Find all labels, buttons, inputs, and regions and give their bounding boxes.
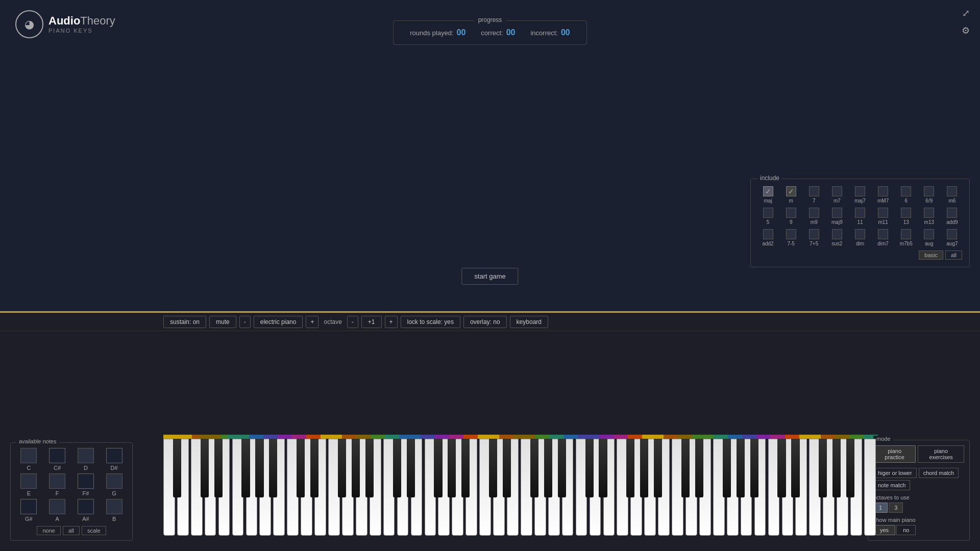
chord-checkbox-maj9[interactable]	[832, 208, 842, 218]
black-key[interactable]	[723, 439, 731, 497]
black-key[interactable]	[832, 439, 841, 497]
chord-checkbox-m7b5[interactable]	[901, 229, 911, 239]
black-key[interactable]	[503, 439, 511, 497]
chord-checkbox-sus2[interactable]	[832, 229, 842, 239]
chord-checkbox-aug7[interactable]	[947, 229, 957, 239]
white-key[interactable]	[864, 439, 876, 536]
black-key[interactable]	[448, 439, 456, 497]
black-key[interactable]	[777, 439, 786, 497]
octave-3-button[interactable]: 3	[889, 503, 903, 513]
notes-scale-button[interactable]: scale	[82, 526, 106, 535]
keyboard-button[interactable]: keyboard	[510, 316, 548, 328]
piano-practice-button[interactable]: piano practice	[873, 445, 916, 463]
black-key[interactable]	[819, 439, 827, 497]
black-key[interactable]	[241, 439, 250, 497]
filter-all-button[interactable]: all	[945, 251, 962, 260]
black-key[interactable]	[489, 439, 497, 497]
chord-checkbox-6/9[interactable]	[924, 186, 934, 196]
black-key[interactable]	[585, 439, 594, 497]
black-key[interactable]	[599, 439, 607, 497]
chord-checkbox-m11[interactable]	[878, 208, 888, 218]
black-key[interactable]	[846, 439, 854, 497]
note-key-E[interactable]	[20, 473, 37, 489]
chord-checkbox-mM7[interactable]	[878, 186, 888, 196]
note-key-C[interactable]	[20, 448, 37, 463]
instrument-minus-button[interactable]: -	[239, 316, 251, 328]
start-game-button[interactable]: start game	[461, 268, 518, 285]
chord-checkbox-m6[interactable]	[947, 186, 957, 196]
chord-checkbox-m9[interactable]	[809, 208, 819, 218]
note-key-B[interactable]	[106, 499, 122, 514]
black-key[interactable]	[310, 439, 318, 497]
chord-checkbox-maj7[interactable]	[855, 186, 865, 196]
chord-checkbox-13[interactable]	[901, 208, 911, 218]
mute-button[interactable]: mute	[209, 316, 236, 328]
black-key[interactable]	[393, 439, 401, 497]
note-key-D[interactable]	[78, 448, 94, 463]
note-key-A[interactable]	[49, 499, 65, 514]
chord-checkbox-m13[interactable]	[924, 208, 934, 218]
black-key[interactable]	[737, 439, 745, 497]
chord-checkbox-7-5[interactable]	[786, 229, 796, 239]
chord-checkbox-dim[interactable]	[855, 229, 865, 239]
black-key[interactable]	[461, 439, 470, 497]
fullscreen-icon[interactable]: ⤢	[962, 8, 970, 19]
instrument-button[interactable]: electric piano	[254, 316, 303, 328]
piano-exercises-button[interactable]: piano exercises	[918, 445, 964, 463]
octave-down-button[interactable]: -	[347, 316, 358, 328]
octave-up-button[interactable]: +	[385, 316, 398, 328]
black-key[interactable]	[695, 439, 703, 497]
chord-checkbox-9[interactable]	[786, 208, 796, 218]
black-key[interactable]	[750, 439, 758, 497]
chord-checkbox-5[interactable]	[763, 208, 773, 218]
black-key[interactable]	[297, 439, 305, 497]
black-key[interactable]	[255, 439, 263, 497]
note-key-Fs[interactable]	[78, 473, 94, 489]
lock-to-scale-button[interactable]: lock to scale: yes	[401, 316, 460, 328]
chord-checkbox-6[interactable]	[901, 186, 911, 196]
higher-or-lower-button[interactable]: higer or lower	[873, 468, 917, 478]
chord-checkbox-m[interactable]: ✓	[786, 186, 796, 196]
chord-checkbox-7+5[interactable]	[809, 229, 819, 239]
chord-checkbox-add9[interactable]	[947, 208, 957, 218]
chord-checkbox-dim7[interactable]	[878, 229, 888, 239]
note-key-F[interactable]	[49, 473, 65, 489]
sustain-button[interactable]: sustain: on	[163, 316, 206, 328]
settings-icon[interactable]: ⚙	[962, 25, 970, 36]
black-key[interactable]	[407, 439, 415, 497]
black-key[interactable]	[558, 439, 566, 497]
notes-none-button[interactable]: none	[37, 526, 60, 535]
black-key[interactable]	[365, 439, 374, 497]
filter-basic-button[interactable]: basic	[919, 251, 943, 260]
chord-checkbox-add2[interactable]	[763, 229, 773, 239]
notes-all-button[interactable]: all	[63, 526, 80, 535]
note-match-button[interactable]: note match	[873, 480, 910, 490]
black-key[interactable]	[626, 439, 634, 497]
black-key[interactable]	[654, 439, 662, 497]
overlay-button[interactable]: overlay: no	[463, 316, 507, 328]
black-key[interactable]	[173, 439, 181, 497]
black-key[interactable]	[352, 439, 360, 497]
show-piano-yes-button[interactable]: yes	[873, 525, 895, 535]
chord-checkbox-7[interactable]	[809, 186, 819, 196]
note-key-Cs[interactable]	[49, 448, 65, 463]
instrument-plus-button[interactable]: +	[306, 316, 318, 328]
chord-checkbox-11[interactable]	[855, 208, 865, 218]
black-key[interactable]	[214, 439, 223, 497]
black-key[interactable]	[201, 439, 209, 497]
note-key-Gs[interactable]	[20, 499, 37, 514]
note-key-G[interactable]	[106, 473, 122, 489]
show-piano-no-button[interactable]: no	[896, 525, 916, 535]
black-key[interactable]	[269, 439, 277, 497]
chord-match-button[interactable]: chord match	[919, 468, 959, 478]
black-key[interactable]	[434, 439, 442, 497]
black-key[interactable]	[681, 439, 690, 497]
chord-checkbox-m7[interactable]	[832, 186, 842, 196]
note-key-As[interactable]	[78, 499, 94, 514]
chord-checkbox-maj[interactable]: ✓	[763, 186, 773, 196]
black-key[interactable]	[640, 439, 648, 497]
note-key-Ds[interactable]	[106, 448, 122, 463]
black-key[interactable]	[544, 439, 552, 497]
black-key[interactable]	[530, 439, 538, 497]
piano-keyboard[interactable]	[163, 439, 878, 541]
